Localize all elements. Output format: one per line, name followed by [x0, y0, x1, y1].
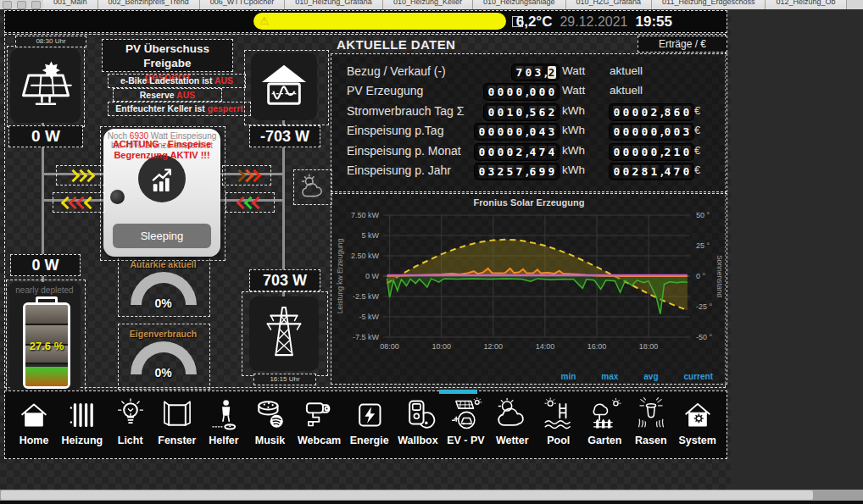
euro-sign: €	[694, 141, 700, 160]
inverter-state-button[interactable]: Sleeping	[113, 224, 211, 248]
nav-item-ev-pv[interactable]: EV - PV	[447, 396, 484, 446]
legend-item[interactable]: max	[601, 372, 618, 381]
nav-item-fenster[interactable]: Fenster	[158, 396, 196, 446]
header-bar: ⚠ 6,2°C 29.12.2021 19:55	[4, 10, 727, 33]
nav-label: System	[678, 435, 715, 446]
solar-chart-panel[interactable]: Fronius Solar Erzeugung 7.50 kW5 kW2.50 …	[331, 193, 727, 385]
browser-tab[interactable]: 010_Heizungsanlage	[473, 0, 566, 9]
legend-item[interactable]: min	[561, 372, 576, 381]
digit-display: 00281,470	[610, 163, 693, 180]
battery-icon: 27.6 %	[23, 302, 70, 389]
data-row: Einspeisung p. Monat00002,474kWh00000,21…	[331, 141, 727, 160]
data-row-note: aktuell	[610, 62, 643, 80]
bottom-navigation: HomeHeizungLichtFensterHelferMusikWebcam…	[4, 390, 727, 459]
nav-label: Wallbox	[398, 435, 437, 446]
date-display: 29.12.2021	[560, 14, 627, 30]
nav-label: Helfer	[209, 435, 238, 446]
browser-tab[interactable]: 001_Main	[43, 0, 98, 9]
nav-label: Wetter	[496, 435, 529, 446]
nav-item-pool[interactable]: Pool	[540, 396, 577, 446]
sprinkler-icon	[632, 396, 670, 433]
outdoor-temperature: 6,2°C	[516, 14, 553, 30]
grid-tile[interactable]	[249, 296, 319, 371]
nav-item-energie[interactable]: Energie	[350, 396, 389, 446]
feed-in-limit-note: Noch 6930 Watt Einspeisung bis 70% Grenz…	[102, 131, 222, 160]
nav-item-licht[interactable]: Licht	[112, 396, 149, 446]
warning-icon: ⚠	[259, 14, 270, 27]
browser-tab[interactable]: 010_Heizung_Grafana	[285, 0, 383, 9]
chart-title: Fronius Solar Erzeugung	[331, 197, 727, 208]
browser-tab[interactable]: 012_Heizung_Ob	[766, 0, 846, 9]
nav-item-heizung[interactable]: Heizung	[62, 396, 103, 446]
legend-item[interactable]: current	[684, 372, 713, 381]
solar-panel-icon	[18, 58, 74, 114]
data-row: PV Erzeugung0000,000Wattaktuell	[331, 81, 727, 100]
chevron-left-icon	[251, 196, 264, 209]
data-row-unit: kWh	[562, 102, 585, 120]
self-consumption-gauge-arc: 0%	[131, 341, 197, 374]
svg-text:7.50 kW: 7.50 kW	[351, 211, 380, 219]
chevron-left-icon	[84, 196, 97, 209]
nav-item-home[interactable]: Home	[15, 396, 53, 446]
weather-icon	[493, 396, 531, 433]
svg-text:18:00: 18:00	[639, 342, 659, 351]
browser-tab[interactable]: 010_Heizung_Keller	[383, 0, 473, 9]
nav-label: Energie	[350, 435, 389, 446]
data-row-label: PV Erzeugung	[347, 81, 423, 100]
power-pylon-icon	[258, 298, 310, 369]
svg-text:-7.5 kW: -7.5 kW	[353, 333, 380, 341]
nav-item-wallbox[interactable]: Wallbox	[398, 396, 437, 446]
scrollbar-thumb[interactable]	[1, 490, 813, 500]
nav-label: Home	[19, 435, 49, 446]
current-data-panel: Bezug / Verkauf (-)703,2WattaktuellPV Er…	[331, 53, 727, 192]
alert-pill[interactable]: ⚠	[253, 13, 506, 30]
chevron-right-icon	[248, 169, 261, 182]
nav-item-wetter[interactable]: Wetter	[493, 396, 531, 446]
svg-text:-25 °: -25 °	[696, 302, 713, 311]
house-tile[interactable]	[251, 53, 317, 120]
radiator-icon	[64, 396, 101, 433]
browser-tab[interactable]: 010_HZG_Grafana	[566, 0, 653, 9]
svg-text:12:00: 12:00	[484, 342, 504, 351]
self-consumption-gauge: Eigenverbrauch 0%	[123, 329, 203, 374]
legend-item[interactable]: avg	[643, 372, 658, 381]
browser-tab[interactable]: 002_Benzinpreis_Trend	[98, 0, 200, 9]
window-button[interactable]	[31, 1, 41, 9]
pv-panel-tile[interactable]	[10, 48, 81, 123]
grid-power-value: 703 W	[249, 269, 320, 291]
house-consumption-icon	[258, 61, 310, 112]
speaker-icon	[252, 396, 289, 433]
chart-plot-area: 7.50 kW5 kW2.50 kW0 W-2.5 kW-5 kW-7.5 kW…	[334, 208, 722, 366]
data-row-unit: kWh	[562, 121, 585, 140]
nav-item-garten[interactable]: Garten	[586, 396, 623, 446]
nav-item-helfer[interactable]: Helfer	[205, 396, 242, 446]
svg-text:0 W: 0 W	[365, 272, 380, 280]
svg-text:-5 kW: -5 kW	[359, 313, 380, 321]
horizontal-scrollbar[interactable]	[0, 490, 863, 501]
autarky-gauge-arc: 0%	[131, 272, 197, 305]
inverter-card[interactable]: Noch 6930 Watt Einspeisung bis 70% Grenz…	[103, 129, 220, 257]
digit-display: 00000,043	[475, 124, 559, 140]
window-button[interactable]	[3, 1, 12, 9]
browser-tab[interactable]: 011_Heizung_Erdgeschoss	[652, 0, 766, 9]
digit-display: 703,2	[512, 64, 559, 80]
browser-tab-strip: 001_Main002_Benzinpreis_Trend006_WTTCpol…	[0, 0, 863, 9]
nav-item-system[interactable]: System	[678, 396, 715, 446]
grid-schedule-label: 16:15 Uhr	[253, 374, 316, 385]
nav-label: Heizung	[62, 435, 103, 446]
smart-home-dashboard: 001_Main002_Benzinpreis_Trend006_WTTCpol…	[0, 0, 863, 504]
battery-tile[interactable]: nearly depleted 27.6 %	[8, 282, 81, 390]
pv-power-value: 0 W	[8, 125, 83, 147]
inverter-to-house-arrows	[222, 165, 271, 186]
digit-display: 00000,003	[610, 124, 693, 140]
svg-text:16:00: 16:00	[587, 342, 607, 351]
nav-item-webcam[interactable]: Webcam	[298, 396, 341, 446]
browser-tab[interactable]: 006_WTTCpolcher	[200, 0, 286, 9]
nav-item-musik[interactable]: Musik	[252, 396, 289, 446]
data-row-label: Stromverbrauch Tag Σ	[347, 102, 464, 120]
digit-display: 0000,000	[484, 84, 559, 100]
euro-sign: €	[694, 121, 700, 140]
window-button[interactable]	[17, 1, 26, 9]
svg-text:Sonnenstand: Sonnenstand	[715, 255, 722, 297]
nav-item-rasen[interactable]: Rasen	[632, 396, 670, 446]
